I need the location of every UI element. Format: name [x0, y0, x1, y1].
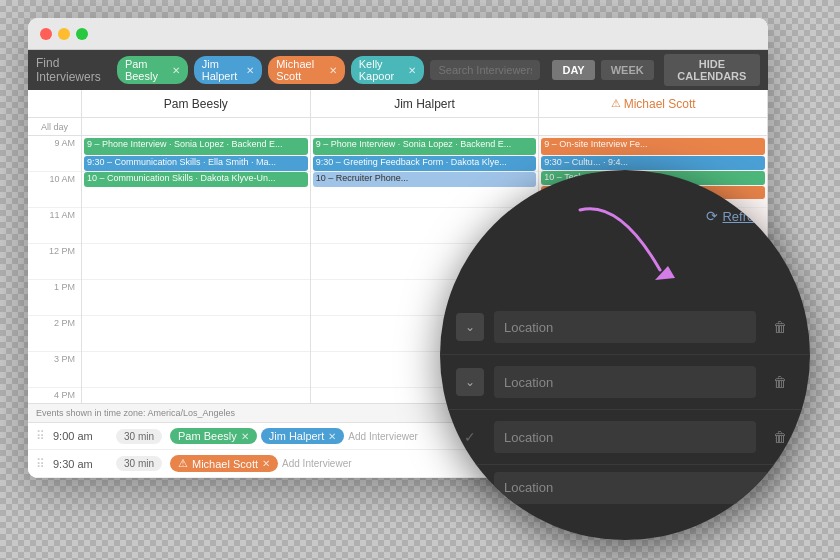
drag-handle-2[interactable]: ⠿ — [36, 457, 45, 471]
trash-btn-3[interactable]: 🗑 — [766, 423, 794, 451]
calendar-header: Pam Beesly Jim Halpert ⚠Michael Scott — [28, 90, 768, 118]
week-view-button[interactable]: WEEK — [601, 60, 654, 80]
search-input[interactable] — [430, 60, 540, 80]
minimize-button[interactable] — [58, 28, 70, 40]
all-day-label: All day — [28, 118, 82, 135]
toolbar: Find Interviewers Pam Beesly ✕ Jim Halpe… — [28, 50, 768, 90]
remove-kelly-icon[interactable]: ✕ — [408, 65, 416, 76]
location-text-1: Location — [504, 320, 553, 335]
interviewer-tag-pam[interactable]: Pam Beesly ✕ — [117, 56, 188, 84]
time-1: 9:00 am — [53, 430, 108, 442]
interviewer-name-kelly: Kelly Kapoor — [359, 58, 405, 82]
svg-marker-0 — [655, 266, 675, 280]
jim-event-2[interactable]: 9:30 – Greeting Feedback Form · Dakota K… — [313, 156, 537, 171]
jim-event-3[interactable]: 10 – Recruiter Phone... — [313, 172, 537, 187]
remove-michael-icon[interactable]: ✕ — [329, 65, 337, 76]
location-row-3: ✓ Location 🗑 — [440, 410, 810, 465]
hide-calendars-button[interactable]: HIDE CALENDARS — [664, 54, 760, 86]
interviewer-tag-kelly[interactable]: Kelly Kapoor ✕ — [351, 56, 425, 84]
col-header-michael: ⚠Michael Scott — [539, 90, 768, 117]
all-day-row: All day — [28, 118, 768, 136]
time-10am: 10 AM — [28, 172, 81, 208]
circle-overlay: ⟳ Refresh ⌄ Location 🗑 ⌄ Location 🗑 ✓ Lo… — [440, 170, 810, 540]
location-text-4: Location — [504, 480, 553, 495]
row2-warning: ⚠ — [178, 457, 188, 470]
pam-row-11 — [82, 208, 310, 244]
row2-michael-tag[interactable]: ⚠ Michael Scott ✕ — [170, 455, 278, 472]
timezone-label: Events shown in time zone: America/Los_A… — [36, 408, 235, 418]
pam-event-3[interactable]: 10 – Communication Skills · Dakota Klyve… — [84, 172, 308, 187]
interviewer-name-jim: Jim Halpert — [202, 58, 242, 82]
remove-jim-icon[interactable]: ✕ — [246, 65, 254, 76]
row2-remove-michael[interactable]: ✕ — [262, 458, 270, 469]
pam-row-4 — [82, 388, 310, 403]
remove-pam-icon[interactable]: ✕ — [172, 65, 180, 76]
col-header-jim: Jim Halpert — [311, 90, 540, 117]
trash-btn-2[interactable]: 🗑 — [766, 368, 794, 396]
row1-remove-jim[interactable]: ✕ — [328, 431, 336, 442]
time-12pm: 12 PM — [28, 244, 81, 280]
pam-row-1 — [82, 280, 310, 316]
warning-icon: ⚠ — [611, 97, 621, 110]
time-2pm: 2 PM — [28, 316, 81, 352]
refresh-area[interactable]: ⟳ Refresh — [706, 208, 768, 224]
interviewer-name-pam: Pam Beesly — [125, 58, 168, 82]
interviewers-1: Pam Beesly ✕ Jim Halpert ✕ Add Interview… — [170, 428, 418, 444]
location-input-3[interactable]: Location — [494, 421, 756, 453]
location-text-3: Location — [504, 430, 553, 445]
row1-remove-pam[interactable]: ✕ — [241, 431, 249, 442]
drag-handle-1[interactable]: ⠿ — [36, 429, 45, 443]
time-4pm: 4 PM — [28, 388, 81, 403]
allday-jim — [311, 118, 540, 135]
close-button[interactable] — [40, 28, 52, 40]
col-header-pam: Pam Beesly — [82, 90, 311, 117]
michael-event-2[interactable]: 9:30 – Cultu... · 9:4... — [541, 156, 765, 170]
pam-event-2[interactable]: 9:30 – Communication Skills · Ella Smith… — [84, 156, 308, 171]
time-gutter-header — [28, 90, 82, 117]
time-9am: 9 AM — [28, 136, 81, 172]
time-11am: 11 AM — [28, 208, 81, 244]
refresh-icon: ⟳ — [706, 208, 718, 224]
check-icon-3: ✓ — [456, 423, 484, 451]
interviewer-name-michael: Michael Scott — [276, 58, 325, 82]
interviewer-tag-michael[interactable]: Michael Scott ✕ — [268, 56, 345, 84]
location-row-1: ⌄ Location 🗑 — [440, 300, 810, 355]
pam-event-1[interactable]: 9 – Phone Interview · Sonia Lopez · Back… — [84, 138, 308, 155]
row1-jim-tag[interactable]: Jim Halpert ✕ — [261, 428, 345, 444]
allday-pam — [82, 118, 311, 135]
time-gutter: 9 AM 10 AM 11 AM 12 PM 1 PM 2 PM 3 PM 4 … — [28, 136, 82, 403]
title-bar — [28, 18, 768, 50]
time-2: 9:30 am — [53, 458, 108, 470]
location-rows: ⌄ Location 🗑 ⌄ Location 🗑 ✓ Location 🗑 L… — [440, 300, 810, 540]
location-input-1[interactable]: Location — [494, 311, 756, 343]
location-input-2[interactable]: Location — [494, 366, 756, 398]
refresh-label[interactable]: Refresh — [722, 209, 768, 224]
chevron-btn-1[interactable]: ⌄ — [456, 313, 484, 341]
pam-row-12 — [82, 244, 310, 280]
location-row-4: Location — [440, 465, 810, 510]
jim-event-1[interactable]: 9 – Phone Interview · Sonia Lopez · Back… — [313, 138, 537, 155]
cal-col-pam: 9 – Phone Interview · Sonia Lopez · Back… — [82, 136, 311, 403]
arrow-svg — [560, 190, 720, 310]
location-text-2: Location — [504, 375, 553, 390]
day-view-button[interactable]: DAY — [552, 60, 594, 80]
location-input-4[interactable]: Location — [494, 472, 794, 504]
time-1pm: 1 PM — [28, 280, 81, 316]
duration-1: 30 min — [116, 429, 162, 444]
row1-add-interviewer[interactable]: Add Interviewer — [348, 431, 417, 442]
interviewers-2: ⚠ Michael Scott ✕ Add Interviewer — [170, 455, 352, 472]
time-3pm: 3 PM — [28, 352, 81, 388]
row1-pam-tag[interactable]: Pam Beesly ✕ — [170, 428, 257, 444]
michael-event-1[interactable]: 9 – On-site Interview Fe... — [541, 138, 765, 155]
row1-jim-label: Jim Halpert — [269, 430, 325, 442]
pam-row-3 — [82, 352, 310, 388]
row2-add-interviewer[interactable]: Add Interviewer — [282, 458, 351, 469]
maximize-button[interactable] — [76, 28, 88, 40]
row2-michael-label: Michael Scott — [192, 458, 258, 470]
trash-btn-1[interactable]: 🗑 — [766, 313, 794, 341]
interviewer-tag-jim[interactable]: Jim Halpert ✕ — [194, 56, 262, 84]
duration-2: 30 min — [116, 456, 162, 471]
chevron-btn-2[interactable]: ⌄ — [456, 368, 484, 396]
allday-michael — [539, 118, 768, 135]
cal-col-pam-inner: 9 – Phone Interview · Sonia Lopez · Back… — [82, 136, 310, 403]
